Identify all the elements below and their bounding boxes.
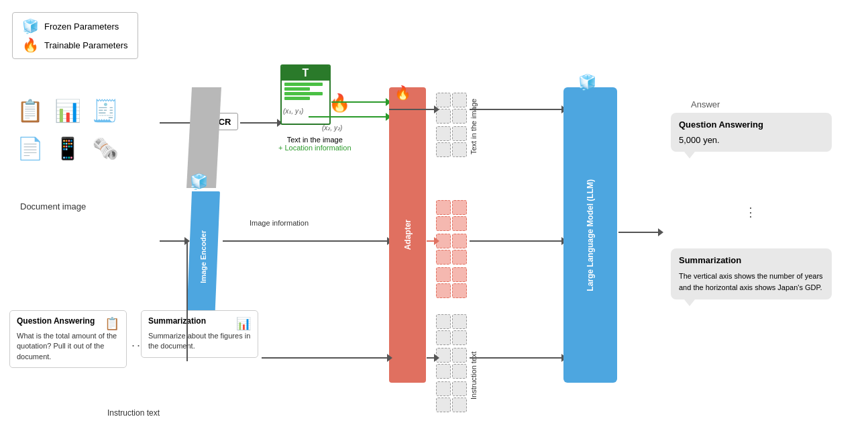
coord1-label: (x₁, y₁): [283, 107, 303, 115]
legend-trainable-label: Trainable Parameters: [44, 40, 128, 50]
instruction-box-1: Question Answering 📋 What is the total a…: [9, 310, 127, 368]
answer-dots: ⋮: [745, 205, 759, 220]
instruction-title-1: Question Answering: [17, 316, 95, 326]
token-group-image-2: [436, 234, 467, 265]
instruction-icon-1: 📋: [105, 316, 119, 331]
doc-icon-3: 🧾: [89, 94, 122, 128]
token-cell-8: [452, 142, 467, 157]
token-cell-i3: [436, 330, 451, 345]
arrow-tokens-to-llm-top: [470, 109, 562, 110]
token-cell-i12: [452, 397, 467, 412]
token-cell-5: [436, 126, 451, 141]
document-label: Document image: [20, 201, 86, 212]
frozen-icon-encoder: 🧊: [190, 173, 208, 191]
arrow-instruction-to-adapter: [262, 357, 388, 359]
token-group-image-3: [436, 267, 467, 298]
token-cell-pink-8: [452, 250, 467, 265]
qa-bubble-body: 5,000 yen.: [679, 135, 824, 145]
frozen-icon: 🧊: [22, 18, 39, 34]
image-encoder-label: Image Encoder: [199, 230, 207, 283]
doc-line-2: [284, 87, 310, 91]
document-images: 📋 📊 🧾 📄 📱 🗞️: [13, 94, 122, 165]
doc-icon-4: 📄: [13, 132, 47, 165]
instruction-icon-2: 📊: [236, 316, 251, 331]
image-info-label: Image information: [250, 219, 309, 227]
summary-bubble-body: The vertical axis shows the number of ye…: [679, 271, 824, 293]
token-cell-i4: [452, 330, 467, 345]
qa-bubble-title: Question Answering: [679, 120, 824, 130]
qa-bubble: Question Answering 5,000 yen.: [671, 113, 832, 152]
token-group-text: [436, 93, 467, 124]
token-cell-pink-2: [452, 200, 467, 215]
doc-icon-1: 📋: [13, 94, 47, 128]
token-cell-pink-4: [452, 216, 467, 231]
legend-frozen-label: Frozen Parameters: [44, 21, 119, 32]
instruction-text-2: Summarize about the figures in the docum…: [148, 331, 251, 352]
doc-icon-2: 📊: [51, 94, 85, 128]
arrow-doc-to-tokens-top: [389, 109, 435, 110]
doc-line-4: [284, 97, 310, 100]
legend-frozen: 🧊 Frozen Parameters: [22, 18, 128, 34]
arrow-ocr-to-doc: [240, 122, 278, 124]
summary-bubble: Summarization The vertical axis shows th…: [671, 248, 832, 299]
instruction-title-2: Summarization: [148, 316, 206, 326]
instruction-text-1: What is the total amount of the quotatio…: [17, 331, 119, 362]
token-cell-i10: [452, 381, 467, 396]
coord2-label: (x₂, y₂): [322, 124, 342, 132]
token-cell-6: [452, 126, 467, 141]
token-group-image: [436, 200, 467, 231]
token-cell-pink-1: [436, 200, 451, 215]
token-cell-pink-11: [436, 283, 451, 298]
arrow-tokens-to-llm-mid: [470, 240, 562, 242]
image-encoder-box: Image Encoder: [186, 191, 220, 322]
adapter-label: Adapter: [403, 220, 413, 250]
trainable-icon: 🔥: [22, 37, 39, 53]
token-cell-i9: [436, 381, 451, 396]
flame-adapter: 🔥: [394, 85, 411, 101]
flame-icon: 🔥: [329, 93, 350, 113]
token-cell-i7: [436, 364, 451, 379]
token-cell-2: [452, 93, 467, 107]
doc-line-1: [284, 83, 323, 86]
instruction-label: Instruction text: [107, 408, 160, 418]
llm-box: Large Language Model (LLM): [563, 87, 617, 383]
token-cell-pink-10: [452, 267, 467, 282]
ocr-desc-line1: Text in the image: [287, 136, 343, 144]
doc-lines: [282, 81, 329, 103]
green-arrow-1: [331, 101, 386, 103]
arrow-doc-to-encoder: [160, 240, 185, 242]
token-cell-i2: [452, 314, 467, 329]
arrow-encoder-to-adapter: [223, 240, 388, 242]
legend-trainable: 🔥 Trainable Parameters: [22, 37, 128, 53]
answer-label: Answer: [691, 99, 720, 109]
doc-top-bar: T: [282, 66, 329, 81]
vertical-connector: [186, 240, 188, 361]
adapter-box: Adapter: [389, 87, 426, 383]
arrow-adapter-to-instr: [427, 357, 435, 359]
arrow-llm-to-output: [618, 232, 659, 233]
text-in-image-label: Text in the image: [470, 87, 478, 154]
token-cell-pink-3: [436, 216, 451, 231]
token-cell-7: [436, 142, 451, 157]
token-cell-pink-7: [436, 250, 451, 265]
ocr-desc-line2: + Location information: [278, 144, 351, 152]
doc-icon-6: 🗞️: [89, 132, 122, 165]
doc-line-3: [284, 92, 323, 95]
salmon-arrow-adapter: [427, 240, 435, 242]
frozen-icon-llm: 🧊: [578, 74, 596, 91]
token-cell-i11: [436, 397, 451, 412]
token-group-instr: [436, 314, 467, 345]
ocr-description: Text in the image + Location information: [278, 136, 351, 152]
token-group-text-2: [436, 126, 467, 157]
instruction-text-label: Instruction text: [470, 312, 478, 400]
token-cell-pink-6: [452, 234, 467, 248]
arrow-tokens-to-llm-bot: [470, 357, 562, 359]
legend: 🧊 Frozen Parameters 🔥 Trainable Paramete…: [12, 12, 138, 59]
token-cell-i1: [436, 314, 451, 329]
token-cell-4: [452, 109, 467, 124]
summary-bubble-title: Summarization: [679, 255, 824, 265]
green-arrow-2: [309, 116, 386, 118]
token-cell-pink-9: [436, 267, 451, 282]
token-cell-i6: [452, 348, 467, 363]
instruction-box-2: Summarization 📊 Summarize about the figu…: [141, 310, 258, 358]
